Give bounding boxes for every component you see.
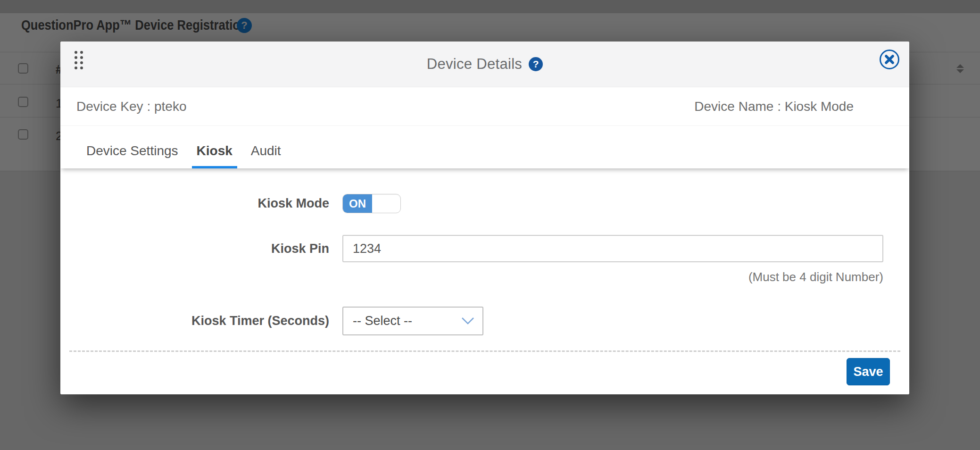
modal-header: Device Details ? <box>60 42 909 87</box>
kiosk-pin-row: Kiosk Pin <box>60 235 909 262</box>
kiosk-tab-panel: Kiosk Mode ON Kiosk Pin (Must be 4 digit… <box>60 168 909 394</box>
kiosk-pin-input[interactable] <box>342 235 883 262</box>
tab-bar: Device Settings Kiosk Audit <box>60 126 909 168</box>
tab-device-settings[interactable]: Device Settings <box>82 126 183 168</box>
modal-footer: Save <box>60 352 909 385</box>
kiosk-timer-selected-value: -- Select -- <box>353 314 412 328</box>
kiosk-timer-label: Kiosk Timer (Seconds) <box>60 314 329 328</box>
toggle-on-segment: ON <box>343 194 372 213</box>
kiosk-mode-label: Kiosk Mode <box>60 196 329 211</box>
kiosk-pin-label: Kiosk Pin <box>60 242 329 256</box>
kiosk-mode-row: Kiosk Mode ON <box>60 168 909 213</box>
kiosk-timer-row: Kiosk Timer (Seconds) -- Select -- <box>60 307 909 335</box>
kiosk-pin-hint: (Must be 4 digit Number) <box>60 270 883 284</box>
save-button[interactable]: Save <box>847 358 890 385</box>
device-details-modal: Device Details ? Device Key : pteko Devi… <box>60 42 909 394</box>
modal-help-icon[interactable]: ? <box>529 57 543 71</box>
modal-title: Device Details <box>427 56 522 73</box>
device-info-row: Device Key : pteko Device Name : Kiosk M… <box>60 87 909 126</box>
chevron-down-icon <box>461 314 475 328</box>
tab-audit[interactable]: Audit <box>246 126 286 168</box>
screen: QuestionPro App™ Device Registration ? #… <box>0 0 980 450</box>
device-name-text: Device Name : Kiosk Mode <box>694 99 854 114</box>
device-key-text: Device Key : pteko <box>76 99 186 114</box>
close-icon[interactable] <box>879 49 900 70</box>
kiosk-mode-toggle[interactable]: ON <box>342 194 401 213</box>
tab-kiosk[interactable]: Kiosk <box>192 126 237 168</box>
drag-handle-icon[interactable] <box>75 51 83 69</box>
kiosk-timer-select[interactable]: -- Select -- <box>342 307 483 335</box>
